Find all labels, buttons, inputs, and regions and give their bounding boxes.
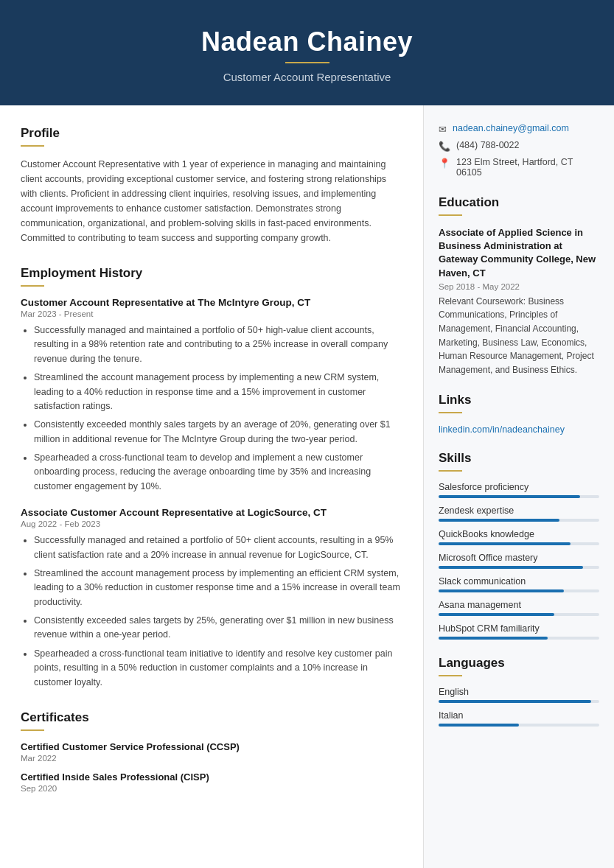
employment-divider: [21, 285, 44, 287]
skill-bar-bg: [439, 589, 599, 592]
skill-item: Slack communication: [439, 576, 599, 592]
linkedin-link[interactable]: linkedin.com/in/nadeanchainey: [439, 424, 565, 435]
job-bullets-1: Successfully managed and maintained a po…: [21, 323, 402, 494]
skill-item: Salesforce proficiency: [439, 482, 599, 498]
profile-text: Customer Account Representative with 1 y…: [21, 157, 402, 245]
languages-title: Languages: [439, 656, 599, 671]
skills-title: Skills: [439, 451, 599, 466]
skill-bar-fill: [439, 495, 580, 498]
email-item: ✉ nadean.chainey@gmail.com: [439, 123, 599, 135]
profile-section: Profile Customer Account Representative …: [21, 126, 402, 245]
skill-bar-fill: [439, 519, 559, 522]
education-divider: [439, 214, 462, 216]
email-link[interactable]: nadean.chainey@gmail.com: [453, 123, 569, 133]
email-icon: ✉: [439, 124, 447, 135]
cert-date-1: Mar 2022: [21, 754, 402, 763]
profile-title: Profile: [21, 126, 402, 141]
skill-bar-bg: [439, 566, 599, 569]
bullet: Successfully managed and maintained a po…: [34, 323, 402, 366]
links-title: Links: [439, 393, 599, 407]
skill-name: HubSpot CRM familiarity: [439, 623, 599, 634]
edu-degree: Associate of Applied Science in Business…: [439, 226, 599, 280]
bullet: Spearheaded a cross-functional team to d…: [34, 451, 402, 494]
skill-bar-bg: [439, 495, 599, 498]
languages-divider: [439, 675, 462, 676]
language-name: English: [439, 687, 599, 697]
links-section: Links linkedin.com/in/nadeanchainey: [439, 393, 599, 435]
languages-section: Languages English Italian: [439, 656, 599, 727]
skill-bar-bg: [439, 542, 599, 545]
bullet: Consistently exceeded sales targets by 2…: [34, 614, 402, 643]
skill-name: Microsoft Office mastery: [439, 553, 599, 563]
bullet: Streamlined the account management proce…: [34, 567, 402, 609]
cert-name-2: Certified Inside Sales Professional (CIS…: [21, 771, 402, 783]
language-name: Italian: [439, 710, 599, 721]
skill-bar-bg: [439, 637, 599, 640]
resume-header: Nadean Chainey Customer Account Represen…: [0, 0, 614, 105]
main-column: Profile Customer Account Representative …: [0, 105, 424, 868]
sidebar: ✉ nadean.chainey@gmail.com 📞 (484) 788-0…: [424, 105, 614, 868]
skill-bar-bg: [439, 613, 599, 616]
skill-bar-fill: [439, 613, 554, 616]
edu-coursework: Relevant Coursework: Business Communicat…: [439, 295, 599, 377]
certificates-section: Certificates Certified Customer Service …: [21, 710, 402, 793]
header-divider: [285, 62, 329, 63]
cert-date-2: Sep 2020: [21, 784, 402, 793]
language-bar-fill: [439, 724, 519, 727]
skill-name: QuickBooks knowledge: [439, 529, 599, 539]
skill-item: QuickBooks knowledge: [439, 529, 599, 545]
job-title-1: Customer Account Representative at The M…: [21, 297, 402, 308]
employment-title: Employment History: [21, 266, 402, 281]
education-title: Education: [439, 195, 599, 210]
language-item: English: [439, 687, 599, 703]
employment-section: Employment History Customer Account Repr…: [21, 266, 402, 690]
certificates-title: Certificates: [21, 710, 402, 725]
skill-bar-fill: [439, 566, 583, 569]
skills-list: Salesforce proficiency Zendesk expertise…: [439, 482, 599, 640]
candidate-name: Nadean Chainey: [15, 27, 599, 57]
job-bullets-2: Successfully managed and retained a port…: [21, 533, 402, 690]
language-bar-fill: [439, 700, 591, 703]
languages-list: English Italian: [439, 687, 599, 727]
cert-entry-2: Certified Inside Sales Professional (CIS…: [21, 771, 402, 793]
job-entry-1: Customer Account Representative at The M…: [21, 297, 402, 494]
language-bar-bg: [439, 700, 599, 703]
skills-section: Skills Salesforce proficiency Zendesk ex…: [439, 451, 599, 640]
skill-name: Asana management: [439, 600, 599, 610]
resume-body: Profile Customer Account Representative …: [0, 105, 614, 868]
bullet: Successfully managed and retained a port…: [34, 533, 402, 562]
education-section: Education Associate of Applied Science i…: [439, 195, 599, 377]
skill-name: Salesforce proficiency: [439, 482, 599, 492]
language-bar-bg: [439, 724, 599, 727]
skill-name: Slack communication: [439, 576, 599, 587]
skill-item: Microsoft Office mastery: [439, 553, 599, 569]
skill-item: Asana management: [439, 600, 599, 616]
job-entry-2: Associate Customer Account Representativ…: [21, 507, 402, 690]
job-title-2: Associate Customer Account Representativ…: [21, 507, 402, 518]
profile-divider: [21, 145, 44, 147]
job-dates-1: Mar 2023 - Present: [21, 309, 402, 318]
contact-section: ✉ nadean.chainey@gmail.com 📞 (484) 788-0…: [439, 123, 599, 178]
skills-divider: [439, 470, 462, 472]
certificates-divider: [21, 729, 44, 731]
bullet: Spearheaded a cross-functional team init…: [34, 647, 402, 690]
skill-bar-fill: [439, 589, 564, 592]
phone-item: 📞 (484) 788-0022: [439, 140, 599, 152]
job-dates-2: Aug 2022 - Feb 2023: [21, 519, 402, 528]
phone-icon: 📞: [439, 141, 450, 152]
cert-name-1: Certified Customer Service Professional …: [21, 741, 402, 752]
candidate-title: Customer Account Representative: [15, 71, 599, 83]
location-icon: 📍: [439, 158, 450, 169]
skill-bar-bg: [439, 519, 599, 522]
edu-dates: Sep 2018 - May 2022: [439, 282, 599, 291]
address-item: 📍 123 Elm Street, Hartford, CT 06105: [439, 157, 599, 178]
resume-document: Nadean Chainey Customer Account Represen…: [0, 0, 614, 868]
phone-text: (484) 788-0022: [456, 140, 519, 150]
bullet: Streamlined the account management proce…: [34, 371, 402, 413]
address-text: 123 Elm Street, Hartford, CT 06105: [456, 157, 599, 178]
skill-bar-fill: [439, 542, 571, 545]
links-divider: [439, 412, 462, 413]
skill-item: Zendesk expertise: [439, 505, 599, 522]
cert-entry-1: Certified Customer Service Professional …: [21, 741, 402, 763]
skill-item: HubSpot CRM familiarity: [439, 623, 599, 640]
